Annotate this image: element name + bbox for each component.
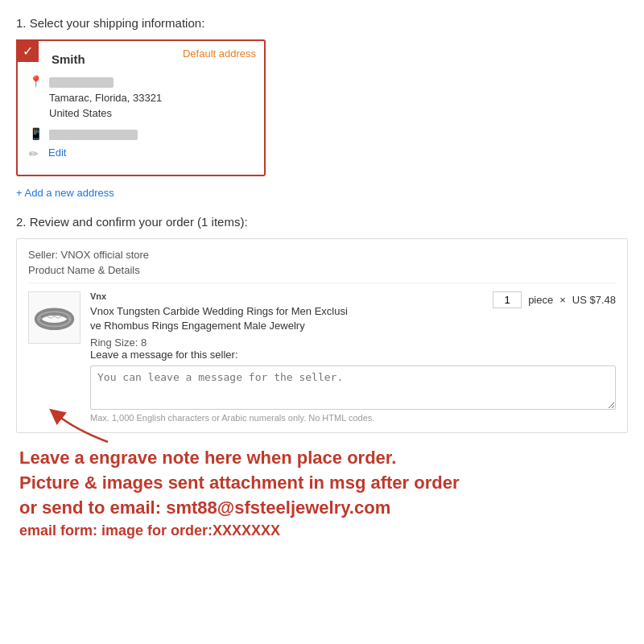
product-details: Vnx Vnox Tungsten Carbide Wedding Rings … bbox=[90, 291, 483, 349]
country: United States bbox=[49, 105, 162, 122]
product-name: Vnox Tungsten Carbide Wedding Rings for … bbox=[90, 304, 483, 333]
ring-svg bbox=[32, 295, 76, 340]
product-header: Product Name & Details bbox=[28, 264, 616, 283]
add-address-link[interactable]: + Add a new address bbox=[16, 187, 114, 199]
phone-text bbox=[49, 126, 138, 142]
product-price-area: piece × US $7.48 bbox=[493, 291, 616, 308]
product-price: US $7.48 bbox=[572, 294, 616, 306]
annotation-block: Leave a engrave note here when place ord… bbox=[16, 446, 628, 541]
shipping-section-title: 1. Select your shipping information: bbox=[16, 16, 628, 30]
annotation-line-4: email form: image for order:XXXXXXX bbox=[19, 521, 625, 541]
order-section-title: 2. Review and confirm your order (1 item… bbox=[16, 215, 628, 229]
phone-icon: 📱 bbox=[29, 127, 43, 140]
multiply-symbol: × bbox=[559, 294, 566, 306]
arrow-svg bbox=[43, 406, 140, 446]
city-state-zip: Tamarac, Florida, 33321 bbox=[49, 90, 162, 106]
message-textarea[interactable] bbox=[90, 365, 616, 410]
annotation-line-3: or send to email: smt88@sfsteeljewelry.c… bbox=[19, 496, 625, 521]
edit-row: ✏ Edit bbox=[29, 147, 253, 160]
address-text: Tamarac, Florida, 33321 United States bbox=[49, 74, 162, 122]
phone-blurred bbox=[49, 130, 138, 140]
annotation-line-2: Picture & images sent attachment in msg … bbox=[19, 471, 625, 496]
edit-link[interactable]: Edit bbox=[48, 147, 66, 159]
unit-label: piece bbox=[528, 294, 553, 306]
address-card: ✓ Default address Smith 📍 Tamarac, Flori… bbox=[16, 39, 266, 176]
order-review-section: 2. Review and confirm your order (1 item… bbox=[16, 215, 628, 433]
product-attribute: Ring Size: 8 bbox=[90, 336, 483, 349]
address-phone-row: 📱 bbox=[29, 126, 253, 142]
product-image bbox=[28, 291, 80, 344]
message-label: Leave a message for this seller: bbox=[90, 349, 616, 361]
product-main-row: Vnx Vnox Tungsten Carbide Wedding Rings … bbox=[28, 291, 616, 349]
address-street-row: 📍 Tamarac, Florida, 33321 United States bbox=[29, 74, 253, 122]
shipping-section: 1. Select your shipping information: ✓ D… bbox=[16, 16, 628, 215]
quantity-input[interactable] bbox=[493, 291, 522, 308]
brand-icon: Vnx bbox=[90, 291, 106, 301]
annotation-line-1: Leave a engrave note here when place ord… bbox=[19, 446, 625, 471]
street-blurred bbox=[49, 77, 114, 88]
selected-checkmark: ✓ bbox=[16, 39, 39, 62]
location-icon: 📍 bbox=[29, 75, 43, 88]
default-address-label: Default address bbox=[183, 47, 256, 60]
message-hint: Max. 1,000 English characters or Arabic … bbox=[90, 413, 616, 423]
brand-logo: Vnx bbox=[90, 291, 483, 301]
seller-info: Seller: VNOX official store bbox=[28, 249, 616, 261]
edit-icon: ✏ bbox=[29, 147, 42, 160]
order-box: Seller: VNOX official store Product Name… bbox=[16, 238, 628, 433]
